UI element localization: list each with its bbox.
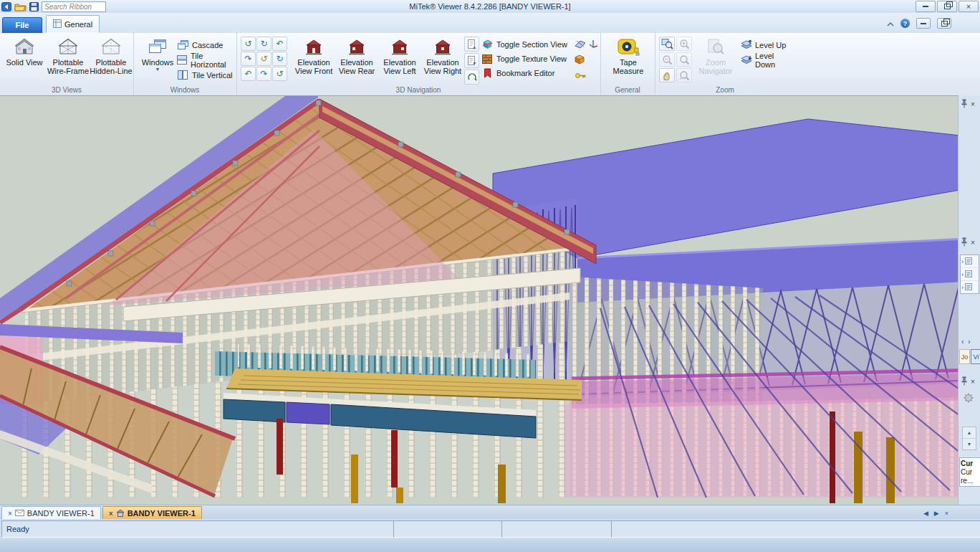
collapse-ribbon-icon[interactable]	[887, 19, 894, 28]
titlebar: MiTek® Viewer 8.4.2.286 [BANDY VIEWER-1]…	[0, 0, 980, 14]
current-info-panel: Cur Cur re...	[959, 457, 980, 487]
doc-tab1-close-icon[interactable]: ×	[8, 510, 12, 518]
elevation-view-front-button[interactable]: Elevation View Front	[292, 35, 335, 85]
zoom-navigator-button[interactable]: Zoom Navigator	[693, 35, 738, 85]
tile-vertical-label: Tile Vertical	[192, 71, 232, 80]
rotate-controls: ↺ ↻ ↶ ↷ ↺ ↻ ↶ ↷ ↺	[241, 37, 287, 81]
panel-close-icon-1[interactable]: ×	[971, 100, 975, 108]
tile-vertical-button[interactable]: Tile Vertical	[175, 67, 236, 82]
rotate-icon-6[interactable]: ↻	[272, 52, 287, 66]
ribbon-search-input[interactable]	[42, 1, 106, 12]
cascade-button[interactable]: Cascade	[175, 37, 236, 52]
section-plane-icon[interactable]	[575, 39, 586, 50]
3d-model-rendering[interactable]	[0, 96, 959, 505]
app-icon[interactable]	[1, 1, 11, 12]
tab-list-close-icon[interactable]: ×	[945, 510, 948, 517]
rotate-icon-1[interactable]: ↺	[241, 37, 256, 51]
rotate-icon-4[interactable]: ↷	[241, 52, 256, 66]
pan-button[interactable]	[659, 68, 675, 82]
scroll-up-icon[interactable]: ▲	[963, 427, 976, 439]
axes-icon[interactable]	[588, 39, 598, 50]
tile-horizontal-button[interactable]: Tile Horizontal	[175, 52, 236, 67]
toggle-section-view-button[interactable]: Toggle Section View	[481, 37, 573, 52]
elevation-rear-label: Elevation View Rear	[336, 58, 378, 75]
panel-close-icon-3[interactable]: ×	[971, 378, 975, 386]
elevation-view-right-button[interactable]: Elevation View Right	[421, 35, 464, 85]
tab-jobs[interactable]: Jo	[959, 349, 970, 364]
doc-tab-bandy-viewer-1[interactable]: × BANDY VIEWER-1	[1, 506, 101, 520]
level-up-label: Level Up	[755, 41, 786, 49]
windows-item-stack: Cascade Tile Horizontal Tile Vertical	[175, 37, 236, 82]
tab-scroll-right-icon[interactable]: ▶	[934, 510, 939, 517]
elevation-view-left-button[interactable]: Elevation View Left	[378, 35, 421, 85]
rotate-icon-2[interactable]: ↻	[256, 37, 272, 51]
windows-menu-button[interactable]: Windows ▼	[140, 35, 175, 85]
docked-tool-row-2[interactable]: ›	[961, 268, 979, 281]
tape-measure-icon	[618, 36, 640, 57]
expand-icon-3[interactable]: ›	[961, 284, 964, 291]
tool-icon-1	[965, 257, 972, 266]
minimize-button[interactable]	[916, 1, 936, 12]
bookmark-editor-button[interactable]: Bookmark Editor	[481, 66, 573, 80]
docked-tool-row-3[interactable]: ›	[961, 281, 979, 293]
plottable-hiddenline-button[interactable]: Plottable Hidden-Line	[89, 35, 133, 85]
group-zoom: Zoom Navigator Level Up Level Down Zoom	[655, 33, 795, 95]
child-minimize-button[interactable]	[916, 18, 931, 29]
docked-tool-row-1[interactable]: ›	[961, 255, 979, 268]
elevation-front-icon	[305, 36, 322, 57]
rotate-view-icon[interactable]	[464, 70, 479, 85]
toggle-texture-view-label: Toggle Texture View	[496, 54, 567, 63]
panel-gear-icon[interactable]	[963, 392, 974, 405]
restore-button[interactable]	[937, 1, 957, 12]
panel-close-icon-2[interactable]: ×	[971, 239, 975, 247]
child-restore-button[interactable]	[937, 18, 951, 29]
expand-icon-2[interactable]: ›	[961, 271, 964, 278]
tape-measure-label: Tape Measure	[606, 58, 650, 75]
rotate-icon-7[interactable]: ↶	[241, 67, 256, 81]
zoom-out-button[interactable]	[659, 52, 675, 67]
rail-scrollbar[interactable]: ▲ ▼	[962, 427, 976, 450]
material-box-icon[interactable]	[575, 54, 585, 66]
rotate-icon-5[interactable]: ↺	[256, 52, 272, 66]
mitek-viewer-window: MiTek® Viewer 8.4.2.286 [BANDY VIEWER-1]…	[0, 0, 980, 552]
collapse-left-icon[interactable]: ‹	[961, 338, 964, 346]
toggle-texture-view-button[interactable]: Toggle Texture View	[481, 52, 573, 66]
rotate-icon-3[interactable]: ↶	[272, 37, 287, 51]
open-file-icon[interactable]	[14, 1, 27, 12]
envelope-icon	[15, 509, 24, 518]
autohide-pin-icon-2[interactable]	[961, 237, 968, 248]
zoom-window-button[interactable]	[659, 37, 675, 51]
rotate-icon-8[interactable]: ↷	[256, 67, 272, 81]
autohide-pin-icon-1[interactable]	[961, 99, 968, 110]
zoom-dynamic-button[interactable]	[676, 52, 692, 67]
page-flip-icon-1[interactable]	[464, 37, 479, 52]
save-icon[interactable]	[29, 1, 39, 12]
plottable-wireframe-button[interactable]: Plottable Wire-Frame	[46, 35, 90, 85]
key-icon[interactable]	[575, 72, 587, 80]
level-up-button[interactable]: Level Up	[741, 38, 786, 52]
rotate-icon-9[interactable]: ↺	[272, 67, 287, 81]
window-bottom-strip	[0, 539, 980, 552]
autohide-pin-icon-3[interactable]	[961, 376, 968, 387]
scroll-down-icon[interactable]: ▼	[963, 439, 976, 449]
group-windows: Windows ▼ Cascade Tile Horizontal	[133, 33, 237, 95]
zoom-in-button[interactable]	[676, 37, 692, 51]
doc-tab1-label: BANDY VIEWER-1	[27, 509, 95, 518]
page-flip-icon-2[interactable]	[464, 53, 479, 68]
level-down-button[interactable]: Level Down	[741, 53, 795, 67]
elevation-view-rear-button[interactable]: Elevation View Rear	[335, 35, 378, 85]
collapse-right-icon[interactable]: ›	[968, 338, 970, 346]
tab-scroll-left-icon[interactable]: ◀	[923, 510, 928, 517]
tab-file[interactable]: File	[2, 17, 42, 33]
help-icon[interactable]: ?	[900, 19, 910, 28]
close-button[interactable]: ×	[959, 1, 979, 12]
expand-icon-1[interactable]: ›	[961, 258, 964, 265]
tab-views[interactable]: Vi	[971, 349, 980, 364]
zoom-previous-button[interactable]	[676, 68, 692, 82]
doc-tab2-close-icon[interactable]: ×	[109, 510, 113, 518]
model-viewport[interactable]	[0, 95, 959, 505]
solid-view-button[interactable]: Solid View	[2, 35, 47, 85]
tape-measure-button[interactable]: Tape Measure	[605, 35, 651, 85]
tab-general[interactable]: General	[46, 15, 100, 33]
doc-tab-bandy-viewer-1-active[interactable]: × BANDY VIEWER-1	[102, 506, 202, 520]
